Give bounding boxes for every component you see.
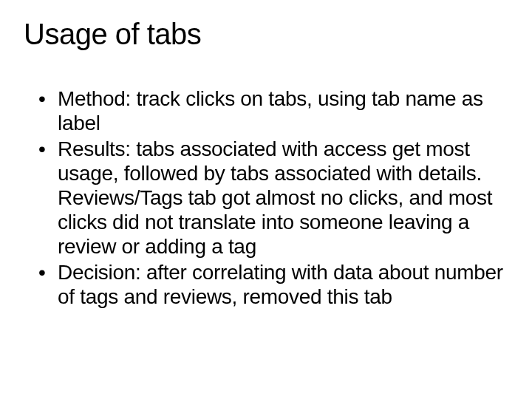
slide: Usage of tabs Method: track clicks on ta… [0, 0, 532, 399]
bullet-item: Decision: after correlating with data ab… [34, 260, 511, 309]
bullet-list: Method: track clicks on tabs, using tab … [34, 86, 511, 309]
bullet-item: Method: track clicks on tabs, using tab … [34, 86, 511, 135]
slide-content: Method: track clicks on tabs, using tab … [21, 86, 511, 309]
bullet-item: Results: tabs associated with access get… [34, 137, 511, 259]
slide-title: Usage of tabs [24, 18, 511, 51]
